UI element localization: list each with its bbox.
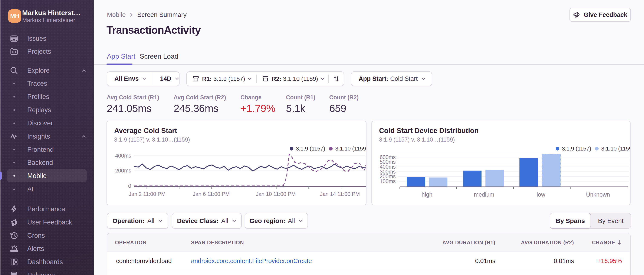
svg-text:Unknown: Unknown (586, 191, 610, 198)
svg-text:Jan 6 11:00 PM: Jan 6 11:00 PM (193, 191, 230, 197)
svg-text:Jan 14 11:00 PM: Jan 14 11:00 PM (320, 191, 360, 197)
svg-text:100ms: 100ms (380, 178, 396, 184)
svg-text:Jan 10 11:00 PM: Jan 10 11:00 PM (256, 191, 296, 197)
svg-text:400ms: 400ms (115, 153, 131, 159)
svg-text:medium: medium (474, 191, 494, 198)
svg-text:low: low (537, 191, 546, 198)
svg-text:high: high (422, 191, 432, 198)
svg-text:0: 0 (128, 183, 131, 189)
svg-text:Jan 2 11:00 PM: Jan 2 11:00 PM (129, 191, 166, 197)
svg-text:200ms: 200ms (115, 168, 131, 173)
